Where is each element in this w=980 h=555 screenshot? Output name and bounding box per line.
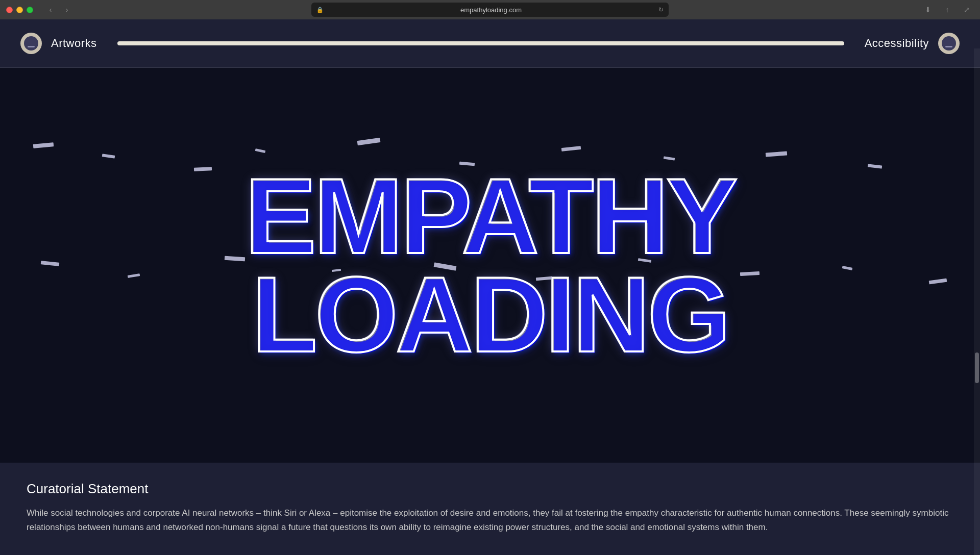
reload-icon[interactable]: ↻ [658,6,664,13]
hero-image: EMPATHY LOADING [0,68,980,463]
forward-button[interactable]: › [60,3,74,17]
curatorial-title: Curatorial Statement [27,481,953,497]
accessibility-nav-link[interactable]: Accessibility [865,37,929,50]
profile-icon[interactable] [938,33,960,54]
hero-line-empathy: EMPATHY [10,167,970,265]
logo-icon[interactable] [20,33,42,54]
share-button[interactable]: ↑ [940,3,954,17]
download-button[interactable]: ⬇ [921,3,935,17]
lock-icon: 🔒 [316,7,324,13]
artworks-nav-link[interactable]: Artworks [51,37,97,50]
nav-right: Accessibility [865,33,960,54]
close-button[interactable] [6,7,13,13]
back-button[interactable]: ‹ [43,3,58,17]
hero-text-container: EMPATHY LOADING [0,68,980,463]
scrollbar-track [974,48,980,555]
website-content: Artworks Accessibility EMPATHY LOADING [0,19,980,555]
traffic-lights [6,7,33,13]
browser-nav: ‹ › [43,3,74,17]
url-text: empathyloading.com [327,6,655,14]
site-navigation: Artworks Accessibility [0,19,980,68]
address-bar[interactable]: 🔒 empathyloading.com ↻ [311,3,669,17]
maximize-button[interactable] [27,7,33,13]
browser-actions: ⬇ ↑ ⤢ [921,3,974,17]
browser-window: ‹ › 🔒 empathyloading.com ↻ ⬇ ↑ ⤢ Artwork… [0,0,980,555]
hero-line-loading: LOADING [10,265,970,364]
minimize-button[interactable] [16,7,23,13]
scrollbar-thumb[interactable] [975,352,979,383]
browser-titlebar: ‹ › 🔒 empathyloading.com ↻ ⬇ ↑ ⤢ [0,0,980,19]
hero-section: EMPATHY LOADING [0,68,980,555]
progress-bar [117,41,844,45]
address-bar-container: 🔒 empathyloading.com ↻ [311,3,669,17]
curatorial-body: While social technologies and corporate … [27,506,953,535]
fullscreen-button[interactable]: ⤢ [960,3,974,17]
curatorial-section: Curatorial Statement While social techno… [0,463,980,555]
